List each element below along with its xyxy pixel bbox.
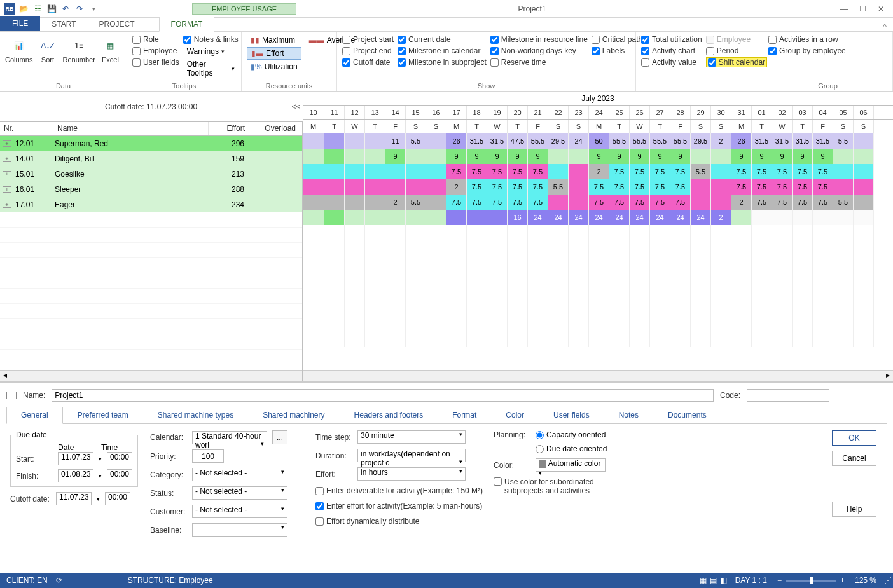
panel-tab[interactable]: User fields	[539, 407, 604, 423]
finish-date[interactable]: 01.08.23	[58, 469, 93, 482]
timeline-cell[interactable]	[345, 149, 365, 164]
timeline-cell[interactable]: 5.5	[691, 164, 711, 179]
timeline-cell[interactable]: 9	[772, 149, 793, 164]
chk-dynamic[interactable]: Effort dynamically distribute	[315, 516, 474, 526]
timeline-cell[interactable]: 55.5	[609, 133, 630, 149]
timeline-cell[interactable]: 7.5	[670, 179, 691, 195]
timeline-cell[interactable]: 24	[691, 210, 711, 225]
chk-group-employee[interactable]: Group by employee	[768, 46, 846, 56]
timeline-cell[interactable]	[406, 179, 426, 195]
timeline-cell[interactable]: 7.5	[650, 195, 670, 210]
timeline-cell[interactable]: 9	[467, 149, 487, 164]
timeline-cell[interactable]: 7.5	[793, 179, 813, 195]
timeline-cell[interactable]: 9	[630, 149, 650, 164]
timeline-cell[interactable]: 9	[446, 149, 467, 164]
timeline-cell[interactable]	[487, 210, 508, 225]
timeline-cell[interactable]: 7.5	[508, 195, 528, 210]
timeline-cell[interactable]: 7.5	[467, 195, 487, 210]
excel-button[interactable]: ▦Excel	[99, 34, 121, 65]
timeline-cell[interactable]: 11	[385, 133, 406, 149]
timeline-cell[interactable]: 7.5	[528, 195, 548, 210]
chk-activity-chart[interactable]: Activity chart	[641, 46, 702, 56]
timeline-cell[interactable]: 24	[650, 210, 670, 225]
employee-row[interactable]: +12.01Superman, Red296	[0, 136, 302, 151]
timeline-cell[interactable]	[324, 149, 345, 164]
timeline-cell[interactable]	[345, 210, 365, 225]
timeline-cell[interactable]	[854, 164, 874, 179]
timeline-cell[interactable]: 16	[508, 210, 528, 225]
timeline-cell[interactable]	[385, 179, 406, 195]
timeline-cell[interactable]: 7.5	[731, 179, 752, 195]
timeline-cell[interactable]: 7.5	[813, 179, 833, 195]
chk-nwk[interactable]: Non-working days key	[490, 46, 588, 56]
employee-row[interactable]: +14.01Diligent, Bill159	[0, 151, 302, 167]
timeline-cell[interactable]	[324, 195, 345, 210]
timeline-cell[interactable]	[365, 179, 385, 195]
timeline-cell[interactable]: 24	[569, 210, 589, 225]
panel-tab[interactable]: Shared machine types	[143, 407, 248, 423]
timeline-cell[interactable]: 5.5	[406, 195, 426, 210]
timeline-cell[interactable]: 7.5	[609, 195, 630, 210]
timeline-cell[interactable]: 55.5	[670, 133, 691, 149]
timeline-cell[interactable]: 9	[650, 149, 670, 164]
timeline-cell[interactable]	[345, 195, 365, 210]
timeline-cell[interactable]: 31.5	[467, 133, 487, 149]
timeline-cell[interactable]: 7.5	[467, 179, 487, 195]
panel-tab[interactable]: General	[6, 407, 63, 424]
timeline-cell[interactable]	[691, 179, 711, 195]
priority-input[interactable]	[192, 449, 224, 463]
rb-duedate[interactable]: Due date oriented	[536, 444, 607, 453]
timeline-cell[interactable]	[365, 195, 385, 210]
employee-row[interactable]: +16.01Sleeper288	[0, 182, 302, 197]
timeline-cell[interactable]	[752, 210, 772, 225]
timeline-cell[interactable]	[406, 210, 426, 225]
ok-button[interactable]: OK	[832, 430, 876, 446]
timeline-cell[interactable]: 7.5	[793, 164, 813, 179]
start-time[interactable]: 00:00	[107, 452, 132, 465]
timeline-cell[interactable]	[303, 210, 324, 225]
view-icon-3[interactable]: ◧	[719, 575, 729, 585]
chk-deliverable[interactable]: Enter deliverable for activity(Example: …	[315, 486, 474, 496]
timeline-cell[interactable]	[813, 210, 833, 225]
chk-current-date[interactable]: Current date	[398, 34, 487, 44]
view-icon-1[interactable]: ▦	[698, 575, 709, 585]
timeline-cell[interactable]	[426, 210, 446, 225]
project-color-swatch[interactable]	[6, 392, 17, 399]
expand-icon[interactable]: +	[3, 171, 11, 177]
warnings-dropdown[interactable]: Warnings ▾	[183, 46, 239, 57]
chk-labels[interactable]: Labels	[592, 46, 642, 56]
timeline-cell[interactable]: 7.5	[508, 164, 528, 179]
timeline-cell[interactable]: 29.5	[691, 133, 711, 149]
timeline-cell[interactable]	[833, 210, 854, 225]
timeline-cell[interactable]: 7.5	[508, 179, 528, 195]
timeline-cell[interactable]: 9	[385, 149, 406, 164]
timeline-cell[interactable]: 7.5	[589, 179, 609, 195]
customer-select[interactable]: - Not selected -▾	[192, 505, 287, 518]
collapse-button[interactable]: <<	[289, 92, 303, 122]
status-zoom[interactable]: 125 %	[848, 576, 883, 585]
timeline-cell[interactable]: 7.5	[731, 164, 752, 179]
timeline-cell[interactable]	[345, 179, 365, 195]
chk-activity-value[interactable]: Activity value	[641, 57, 702, 67]
timeline-cell[interactable]: 7.5	[772, 195, 793, 210]
timeline-cell[interactable]	[711, 179, 731, 195]
timeline-cell[interactable]: 7.5	[446, 195, 467, 210]
tree-icon[interactable]: ☷	[32, 3, 43, 15]
chk-critical[interactable]: Critical path	[592, 34, 642, 44]
col-name[interactable]: Name	[53, 122, 209, 135]
timeline-cell[interactable]	[854, 179, 874, 195]
timeline-cell[interactable]: 7.5	[609, 164, 630, 179]
timeline-cell[interactable]	[569, 179, 589, 195]
timeline-cell[interactable]	[324, 210, 345, 225]
timeline-cell[interactable]	[833, 179, 854, 195]
timeline-cell[interactable]	[854, 195, 874, 210]
cutoff-date[interactable]: 11.07.23	[56, 492, 92, 505]
timestep-select[interactable]: 30 minute▾	[357, 430, 466, 444]
timeline-cell[interactable]	[548, 195, 569, 210]
effort-button[interactable]: ▮▬Effort	[247, 47, 301, 60]
timeline-cell[interactable]	[446, 210, 467, 225]
timeline-cell[interactable]	[303, 164, 324, 179]
save-icon[interactable]: 💾	[46, 3, 57, 15]
tab-file[interactable]: FILE	[0, 16, 40, 31]
timeline-cell[interactable]	[854, 210, 874, 225]
